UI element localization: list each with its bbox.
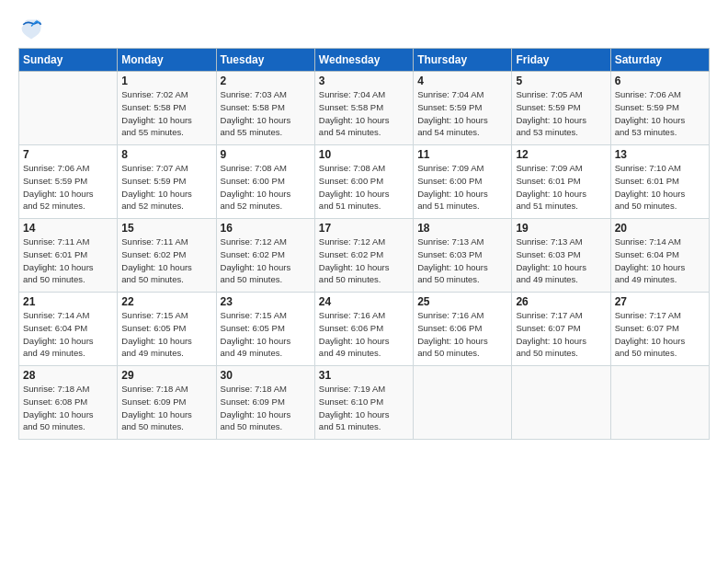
day-info: Sunrise: 7:18 AM Sunset: 6:09 PM Dayligh… (121, 383, 211, 433)
day-number: 2 (221, 75, 311, 87)
calendar-cell: 14Sunrise: 7:11 AM Sunset: 6:01 PM Dayli… (19, 219, 118, 293)
calendar-week-row: 28Sunrise: 7:18 AM Sunset: 6:08 PM Dayli… (19, 366, 710, 440)
calendar-page: SundayMondayTuesdayWednesdayThursdayFrid… (0, 0, 728, 563)
calendar-cell: 30Sunrise: 7:18 AM Sunset: 6:09 PM Dayli… (216, 366, 314, 440)
day-info: Sunrise: 7:09 AM Sunset: 6:01 PM Dayligh… (516, 162, 606, 213)
calendar-cell: 18Sunrise: 7:13 AM Sunset: 6:03 PM Dayli… (414, 219, 512, 293)
calendar-cell: 15Sunrise: 7:11 AM Sunset: 6:02 PM Dayli… (118, 219, 216, 293)
calendar-cell (414, 366, 512, 440)
day-number: 12 (516, 148, 606, 161)
calendar-cell: 12Sunrise: 7:09 AM Sunset: 6:01 PM Dayli… (512, 145, 610, 219)
weekday-header: Friday (512, 49, 610, 72)
day-number: 25 (417, 295, 507, 308)
day-info: Sunrise: 7:18 AM Sunset: 6:09 PM Dayligh… (221, 383, 311, 433)
header-row: SundayMondayTuesdayWednesdayThursdayFrid… (19, 49, 710, 72)
day-number: 17 (319, 222, 409, 235)
day-number: 6 (615, 75, 705, 87)
calendar-cell: 24Sunrise: 7:16 AM Sunset: 6:06 PM Dayli… (314, 293, 413, 366)
calendar-cell: 29Sunrise: 7:18 AM Sunset: 6:09 PM Dayli… (118, 366, 216, 440)
weekday-header: Saturday (610, 49, 709, 72)
calendar-cell: 7Sunrise: 7:06 AM Sunset: 5:59 PM Daylig… (19, 145, 118, 219)
calendar-cell: 19Sunrise: 7:13 AM Sunset: 6:03 PM Dayli… (512, 219, 610, 293)
day-info: Sunrise: 7:18 AM Sunset: 6:08 PM Dayligh… (23, 383, 113, 433)
calendar-cell: 16Sunrise: 7:12 AM Sunset: 6:02 PM Dayli… (216, 219, 314, 293)
day-info: Sunrise: 7:08 AM Sunset: 6:00 PM Dayligh… (319, 162, 409, 213)
day-info: Sunrise: 7:10 AM Sunset: 6:01 PM Dayligh… (615, 162, 705, 213)
day-info: Sunrise: 7:13 AM Sunset: 6:03 PM Dayligh… (516, 236, 606, 286)
day-info: Sunrise: 7:13 AM Sunset: 6:03 PM Dayligh… (417, 236, 507, 286)
calendar-cell: 8Sunrise: 7:07 AM Sunset: 5:59 PM Daylig… (118, 145, 216, 219)
day-number: 30 (221, 369, 311, 382)
day-number: 21 (23, 295, 113, 308)
day-info: Sunrise: 7:12 AM Sunset: 6:02 PM Dayligh… (319, 236, 409, 286)
calendar-cell: 5Sunrise: 7:05 AM Sunset: 5:59 PM Daylig… (512, 72, 610, 145)
calendar-week-row: 7Sunrise: 7:06 AM Sunset: 5:59 PM Daylig… (19, 145, 710, 219)
weekday-header: Thursday (414, 49, 512, 72)
calendar-table: SundayMondayTuesdayWednesdayThursdayFrid… (18, 48, 710, 440)
day-info: Sunrise: 7:04 AM Sunset: 5:58 PM Dayligh… (319, 88, 409, 139)
calendar-cell: 22Sunrise: 7:15 AM Sunset: 6:05 PM Dayli… (118, 293, 216, 366)
weekday-header: Sunday (19, 49, 118, 72)
day-info: Sunrise: 7:03 AM Sunset: 5:58 PM Dayligh… (221, 88, 311, 139)
day-info: Sunrise: 7:14 AM Sunset: 6:04 PM Dayligh… (23, 309, 113, 360)
day-number: 10 (319, 148, 409, 161)
logo (18, 17, 48, 42)
calendar-cell: 26Sunrise: 7:17 AM Sunset: 6:07 PM Dayli… (512, 293, 610, 366)
day-number: 31 (319, 369, 409, 382)
calendar-cell: 4Sunrise: 7:04 AM Sunset: 5:59 PM Daylig… (414, 72, 512, 145)
day-number: 27 (615, 295, 705, 308)
weekday-header: Wednesday (314, 49, 413, 72)
day-info: Sunrise: 7:16 AM Sunset: 6:06 PM Dayligh… (417, 309, 507, 360)
header (18, 17, 710, 42)
logo-icon (18, 17, 44, 42)
day-number: 24 (319, 295, 409, 308)
day-number: 18 (417, 222, 507, 235)
calendar-week-row: 14Sunrise: 7:11 AM Sunset: 6:01 PM Dayli… (19, 219, 710, 293)
day-number: 22 (121, 295, 211, 308)
day-info: Sunrise: 7:08 AM Sunset: 6:00 PM Dayligh… (221, 162, 311, 213)
calendar-cell: 9Sunrise: 7:08 AM Sunset: 6:00 PM Daylig… (216, 145, 314, 219)
day-info: Sunrise: 7:11 AM Sunset: 6:02 PM Dayligh… (121, 236, 211, 286)
day-number: 19 (516, 222, 606, 235)
day-info: Sunrise: 7:15 AM Sunset: 6:05 PM Dayligh… (221, 309, 311, 360)
day-info: Sunrise: 7:17 AM Sunset: 6:07 PM Dayligh… (615, 309, 705, 360)
day-number: 4 (417, 75, 507, 87)
day-info: Sunrise: 7:07 AM Sunset: 5:59 PM Dayligh… (121, 162, 211, 213)
day-info: Sunrise: 7:17 AM Sunset: 6:07 PM Dayligh… (516, 309, 606, 360)
calendar-cell (610, 366, 709, 440)
calendar-week-row: 21Sunrise: 7:14 AM Sunset: 6:04 PM Dayli… (19, 293, 710, 366)
day-number: 8 (121, 148, 211, 161)
calendar-cell: 10Sunrise: 7:08 AM Sunset: 6:00 PM Dayli… (314, 145, 413, 219)
day-info: Sunrise: 7:02 AM Sunset: 5:58 PM Dayligh… (121, 88, 211, 139)
calendar-week-row: 1Sunrise: 7:02 AM Sunset: 5:58 PM Daylig… (19, 72, 710, 145)
day-number: 3 (319, 75, 409, 87)
calendar-cell: 3Sunrise: 7:04 AM Sunset: 5:58 PM Daylig… (314, 72, 413, 145)
day-info: Sunrise: 7:15 AM Sunset: 6:05 PM Dayligh… (121, 309, 211, 360)
calendar-cell: 11Sunrise: 7:09 AM Sunset: 6:00 PM Dayli… (414, 145, 512, 219)
day-info: Sunrise: 7:12 AM Sunset: 6:02 PM Dayligh… (221, 236, 311, 286)
day-number: 14 (23, 222, 113, 235)
calendar-cell: 28Sunrise: 7:18 AM Sunset: 6:08 PM Dayli… (19, 366, 118, 440)
day-info: Sunrise: 7:19 AM Sunset: 6:10 PM Dayligh… (319, 383, 409, 433)
day-info: Sunrise: 7:04 AM Sunset: 5:59 PM Dayligh… (417, 88, 507, 139)
day-info: Sunrise: 7:06 AM Sunset: 5:59 PM Dayligh… (615, 88, 705, 139)
calendar-cell: 1Sunrise: 7:02 AM Sunset: 5:58 PM Daylig… (118, 72, 216, 145)
day-number: 13 (615, 148, 705, 161)
day-number: 28 (23, 369, 113, 382)
calendar-cell (19, 72, 118, 145)
day-number: 5 (516, 75, 606, 87)
day-number: 20 (615, 222, 705, 235)
day-number: 1 (121, 75, 211, 87)
calendar-cell: 25Sunrise: 7:16 AM Sunset: 6:06 PM Dayli… (414, 293, 512, 366)
calendar-cell: 17Sunrise: 7:12 AM Sunset: 6:02 PM Dayli… (314, 219, 413, 293)
day-number: 16 (221, 222, 311, 235)
day-number: 23 (221, 295, 311, 308)
calendar-cell: 2Sunrise: 7:03 AM Sunset: 5:58 PM Daylig… (216, 72, 314, 145)
calendar-cell: 6Sunrise: 7:06 AM Sunset: 5:59 PM Daylig… (610, 72, 709, 145)
day-number: 7 (23, 148, 113, 161)
calendar-cell (512, 366, 610, 440)
day-info: Sunrise: 7:06 AM Sunset: 5:59 PM Dayligh… (23, 162, 113, 213)
day-number: 29 (121, 369, 211, 382)
weekday-header: Monday (118, 49, 216, 72)
calendar-cell: 23Sunrise: 7:15 AM Sunset: 6:05 PM Dayli… (216, 293, 314, 366)
